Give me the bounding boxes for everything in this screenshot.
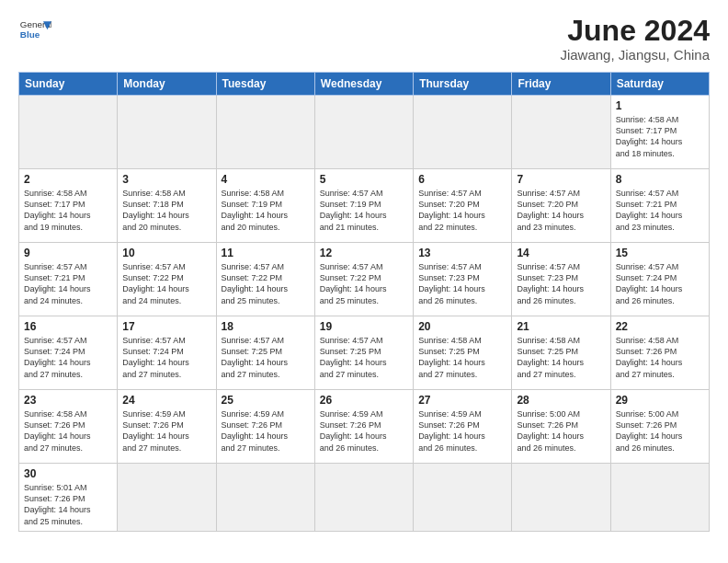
- calendar-cell-26: 21Sunrise: 4:58 AM Sunset: 7:25 PM Dayli…: [512, 316, 610, 390]
- day-info-30: Sunrise: 5:01 AM Sunset: 7:26 PM Dayligh…: [24, 482, 112, 527]
- header-saturday: Saturday: [610, 73, 709, 96]
- calendar-row-1: 1Sunrise: 4:58 AM Sunset: 7:17 PM Daylig…: [19, 96, 710, 169]
- calendar-cell-39: [414, 464, 512, 532]
- day-info-17: Sunrise: 4:57 AM Sunset: 7:24 PM Dayligh…: [122, 335, 210, 380]
- svg-text:Blue: Blue: [20, 29, 40, 40]
- day-number-29: 29: [616, 394, 704, 407]
- calendar-cell-11: 6Sunrise: 4:57 AM Sunset: 7:20 PM Daylig…: [414, 169, 512, 243]
- day-number-28: 28: [517, 394, 605, 407]
- calendar-cell-0: [19, 96, 118, 169]
- header-wednesday: Wednesday: [314, 73, 413, 96]
- calendar-cell-25: 20Sunrise: 4:58 AM Sunset: 7:25 PM Dayli…: [414, 316, 512, 390]
- day-number-7: 7: [517, 173, 605, 186]
- day-number-22: 22: [616, 320, 704, 333]
- day-info-6: Sunrise: 4:57 AM Sunset: 7:20 PM Dayligh…: [418, 188, 506, 233]
- day-info-2: Sunrise: 4:58 AM Sunset: 7:17 PM Dayligh…: [24, 188, 112, 233]
- calendar-cell-5: [512, 96, 610, 169]
- day-info-18: Sunrise: 4:57 AM Sunset: 7:25 PM Dayligh…: [222, 335, 310, 380]
- calendar-cell-2: [216, 96, 314, 169]
- day-info-26: Sunrise: 4:59 AM Sunset: 7:26 PM Dayligh…: [320, 408, 408, 454]
- calendar-cell-27: 22Sunrise: 4:58 AM Sunset: 7:26 PM Dayli…: [610, 316, 709, 390]
- day-info-15: Sunrise: 4:57 AM Sunset: 7:24 PM Dayligh…: [616, 261, 704, 306]
- calendar-cell-18: 13Sunrise: 4:57 AM Sunset: 7:23 PM Dayli…: [414, 243, 512, 316]
- calendar-cell-12: 7Sunrise: 4:57 AM Sunset: 7:20 PM Daylig…: [512, 169, 610, 243]
- location: Jiawang, Jiangsu, China: [560, 47, 710, 63]
- calendar-row-4: 16Sunrise: 4:57 AM Sunset: 7:24 PM Dayli…: [19, 316, 710, 390]
- calendar-cell-28: 23Sunrise: 4:58 AM Sunset: 7:26 PM Dayli…: [19, 390, 118, 464]
- calendar-cell-3: [314, 96, 413, 169]
- day-number-4: 4: [222, 173, 310, 186]
- calendar-cell-40: [512, 464, 610, 532]
- day-number-1: 1: [616, 99, 704, 112]
- calendar-cell-30: 25Sunrise: 4:59 AM Sunset: 7:26 PM Dayli…: [216, 390, 314, 464]
- day-number-2: 2: [24, 173, 112, 186]
- calendar-cell-1: [118, 96, 216, 169]
- calendar-cell-36: [118, 464, 216, 532]
- header-friday: Friday: [512, 73, 610, 96]
- day-info-16: Sunrise: 4:57 AM Sunset: 7:24 PM Dayligh…: [24, 335, 112, 380]
- calendar-cell-10: 5Sunrise: 4:57 AM Sunset: 7:19 PM Daylig…: [314, 169, 413, 243]
- calendar-cell-19: 14Sunrise: 4:57 AM Sunset: 7:23 PM Dayli…: [512, 243, 610, 316]
- day-number-10: 10: [122, 247, 210, 259]
- day-number-23: 23: [24, 394, 112, 407]
- day-info-1: Sunrise: 4:58 AM Sunset: 7:17 PM Dayligh…: [616, 114, 704, 159]
- calendar-cell-7: 2Sunrise: 4:58 AM Sunset: 7:17 PM Daylig…: [19, 169, 118, 243]
- calendar-cell-9: 4Sunrise: 4:58 AM Sunset: 7:19 PM Daylig…: [216, 169, 314, 243]
- calendar-cell-32: 27Sunrise: 4:59 AM Sunset: 7:26 PM Dayli…: [414, 390, 512, 464]
- calendar-cell-33: 28Sunrise: 5:00 AM Sunset: 7:26 PM Dayli…: [512, 390, 610, 464]
- day-number-25: 25: [222, 394, 310, 407]
- calendar-row-6: 30Sunrise: 5:01 AM Sunset: 7:26 PM Dayli…: [19, 464, 710, 532]
- calendar-cell-34: 29Sunrise: 5:00 AM Sunset: 7:26 PM Dayli…: [610, 390, 709, 464]
- day-info-3: Sunrise: 4:58 AM Sunset: 7:18 PM Dayligh…: [122, 188, 210, 233]
- day-number-21: 21: [517, 320, 605, 333]
- calendar-cell-20: 15Sunrise: 4:57 AM Sunset: 7:24 PM Dayli…: [610, 243, 709, 316]
- day-info-7: Sunrise: 4:57 AM Sunset: 7:20 PM Dayligh…: [517, 188, 605, 233]
- header-tuesday: Tuesday: [216, 73, 314, 96]
- calendar-cell-24: 19Sunrise: 4:57 AM Sunset: 7:25 PM Dayli…: [314, 316, 413, 390]
- calendar-cell-14: 9Sunrise: 4:57 AM Sunset: 7:21 PM Daylig…: [19, 243, 118, 316]
- day-number-5: 5: [320, 173, 408, 186]
- day-info-12: Sunrise: 4:57 AM Sunset: 7:22 PM Dayligh…: [320, 261, 408, 306]
- day-info-25: Sunrise: 4:59 AM Sunset: 7:26 PM Dayligh…: [222, 408, 310, 454]
- day-number-9: 9: [24, 247, 112, 259]
- day-number-18: 18: [222, 320, 310, 333]
- calendar-row-5: 23Sunrise: 4:58 AM Sunset: 7:26 PM Dayli…: [19, 390, 710, 464]
- calendar: Sunday Monday Tuesday Wednesday Thursday…: [18, 72, 710, 532]
- day-info-21: Sunrise: 4:58 AM Sunset: 7:25 PM Dayligh…: [517, 335, 605, 380]
- day-number-15: 15: [616, 247, 704, 259]
- day-number-13: 13: [418, 247, 506, 259]
- day-number-12: 12: [320, 247, 408, 259]
- day-info-14: Sunrise: 4:57 AM Sunset: 7:23 PM Dayligh…: [517, 261, 605, 306]
- day-number-19: 19: [320, 320, 408, 333]
- calendar-cell-38: [314, 464, 413, 532]
- day-info-19: Sunrise: 4:57 AM Sunset: 7:25 PM Dayligh…: [320, 335, 408, 380]
- day-number-6: 6: [418, 173, 506, 186]
- calendar-cell-31: 26Sunrise: 4:59 AM Sunset: 7:26 PM Dayli…: [314, 390, 413, 464]
- header-thursday: Thursday: [414, 73, 512, 96]
- calendar-cell-16: 11Sunrise: 4:57 AM Sunset: 7:22 PM Dayli…: [216, 243, 314, 316]
- day-number-14: 14: [517, 247, 605, 259]
- header-sunday: Sunday: [19, 73, 118, 96]
- day-number-20: 20: [418, 320, 506, 333]
- day-number-26: 26: [320, 394, 408, 407]
- day-number-11: 11: [222, 247, 310, 259]
- day-info-24: Sunrise: 4:59 AM Sunset: 7:26 PM Dayligh…: [122, 408, 210, 454]
- day-number-30: 30: [24, 467, 112, 480]
- day-info-5: Sunrise: 4:57 AM Sunset: 7:19 PM Dayligh…: [320, 188, 408, 233]
- calendar-cell-22: 17Sunrise: 4:57 AM Sunset: 7:24 PM Dayli…: [118, 316, 216, 390]
- calendar-row-3: 9Sunrise: 4:57 AM Sunset: 7:21 PM Daylig…: [19, 243, 710, 316]
- day-info-9: Sunrise: 4:57 AM Sunset: 7:21 PM Dayligh…: [24, 261, 112, 306]
- month-year: June 2024: [560, 15, 710, 47]
- day-info-23: Sunrise: 4:58 AM Sunset: 7:26 PM Dayligh…: [24, 408, 112, 454]
- calendar-cell-15: 10Sunrise: 4:57 AM Sunset: 7:22 PM Dayli…: [118, 243, 216, 316]
- weekday-header-row: Sunday Monday Tuesday Wednesday Thursday…: [19, 73, 710, 96]
- calendar-cell-29: 24Sunrise: 4:59 AM Sunset: 7:26 PM Dayli…: [118, 390, 216, 464]
- generalblue-icon: General Blue: [18, 15, 51, 48]
- calendar-cell-37: [216, 464, 314, 532]
- day-number-3: 3: [122, 173, 210, 186]
- day-number-16: 16: [24, 320, 112, 333]
- calendar-cell-35: 30Sunrise: 5:01 AM Sunset: 7:26 PM Dayli…: [19, 464, 118, 532]
- day-info-10: Sunrise: 4:57 AM Sunset: 7:22 PM Dayligh…: [122, 261, 210, 306]
- day-number-24: 24: [122, 394, 210, 407]
- calendar-row-2: 2Sunrise: 4:58 AM Sunset: 7:17 PM Daylig…: [19, 169, 710, 243]
